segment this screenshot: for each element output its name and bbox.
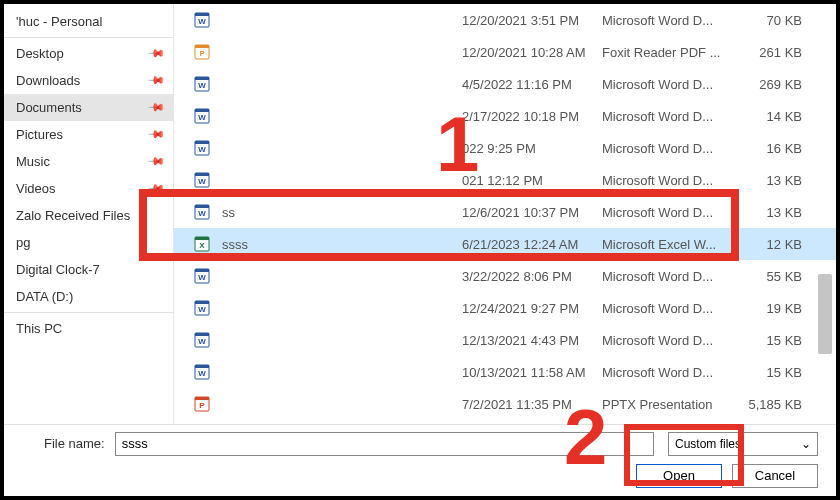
sidebar-item[interactable]: pg — [4, 229, 173, 256]
word-file-icon: W — [194, 332, 210, 348]
svg-text:W: W — [198, 305, 206, 314]
file-type: PPTX Presentation — [602, 397, 742, 412]
file-date: 12/20/2021 10:28 AM — [462, 45, 602, 60]
file-date: 12/13/2021 4:43 PM — [462, 333, 602, 348]
sidebar-item-label: Music — [16, 154, 50, 169]
file-row[interactable]: W10/13/2021 11:58 AMMicrosoft Word D...1… — [174, 356, 836, 388]
file-type: Microsoft Word D... — [602, 333, 742, 348]
svg-text:W: W — [198, 17, 206, 26]
svg-rect-28 — [195, 301, 209, 304]
sidebar-item-label: Pictures — [16, 127, 63, 142]
file-size: 261 KB — [742, 45, 802, 60]
file-type: Microsoft Word D... — [602, 301, 742, 316]
sidebar-item[interactable]: Downloads📌 — [4, 67, 173, 94]
sidebar-item-label: Documents — [16, 100, 82, 115]
pdf-file-icon: P — [194, 44, 210, 60]
file-date: 4/5/2022 11:16 PM — [462, 77, 602, 92]
sidebar-item[interactable]: DATA (D:) — [4, 283, 173, 310]
pin-icon: 📌 — [146, 98, 165, 117]
vertical-scrollbar-thumb[interactable] — [818, 274, 832, 354]
word-file-icon: W — [194, 172, 210, 188]
sidebar: 'huc - PersonalDesktop📌Downloads📌Documen… — [4, 4, 174, 424]
svg-text:W: W — [198, 81, 206, 90]
sidebar-item-label: DATA (D:) — [16, 289, 73, 304]
svg-rect-1 — [195, 13, 209, 16]
sidebar-item[interactable]: Pictures📌 — [4, 121, 173, 148]
dialog-bottom-bar: File name: Custom files ⌄ Open Cancel — [4, 424, 836, 496]
pin-icon: 📌 — [146, 71, 165, 90]
sidebar-item[interactable]: 'huc - Personal — [4, 8, 173, 35]
file-row[interactable]: Xssss6/21/2023 12:24 AMMicrosoft Excel W… — [174, 228, 836, 260]
file-row[interactable]: W022 9:25 PMMicrosoft Word D...16 KB — [174, 132, 836, 164]
file-row[interactable]: W2/17/2022 10:18 PMMicrosoft Word D...14… — [174, 100, 836, 132]
file-row[interactable]: P12/20/2021 10:28 AMFoxit Reader PDF ...… — [174, 36, 836, 68]
open-button[interactable]: Open — [636, 464, 722, 488]
file-row[interactable]: W4/5/2022 11:16 PMMicrosoft Word D...269… — [174, 68, 836, 100]
svg-text:P: P — [200, 50, 205, 57]
svg-rect-7 — [195, 77, 209, 80]
file-name: ss — [222, 205, 462, 220]
sidebar-item-label: Videos — [16, 181, 56, 196]
file-type: Microsoft Word D... — [602, 109, 742, 124]
file-row[interactable]: P7/2/2021 11:35 PMPPTX Presentation5,185… — [174, 388, 836, 420]
sidebar-item-label: Digital Clock-7 — [16, 262, 100, 277]
chevron-down-icon: ⌄ — [801, 437, 811, 451]
sidebar-item[interactable]: Digital Clock-7 — [4, 256, 173, 283]
sidebar-item[interactable]: Music📌 — [4, 148, 173, 175]
pin-icon: 📌 — [146, 152, 165, 171]
svg-rect-22 — [195, 237, 209, 240]
sidebar-item[interactable]: Documents📌 — [4, 94, 173, 121]
sidebar-item[interactable]: Desktop📌 — [4, 40, 173, 67]
svg-text:W: W — [198, 273, 206, 282]
file-type: Microsoft Word D... — [602, 141, 742, 156]
svg-rect-25 — [195, 269, 209, 272]
svg-text:W: W — [198, 209, 206, 218]
cancel-button[interactable]: Cancel — [732, 464, 818, 488]
filetype-filter-label: Custom files — [675, 437, 741, 451]
file-size: 55 KB — [742, 269, 802, 284]
pin-icon: 📌 — [146, 44, 165, 63]
svg-text:W: W — [198, 369, 206, 378]
file-row[interactable]: W12/20/2021 3:51 PMMicrosoft Word D...70… — [174, 4, 836, 36]
file-size: 19 KB — [742, 301, 802, 316]
filename-input[interactable] — [115, 432, 654, 456]
file-row[interactable]: Wss12/6/2021 10:37 PMMicrosoft Word D...… — [174, 196, 836, 228]
file-date: 12/24/2021 9:27 PM — [462, 301, 602, 316]
sidebar-item-label: Downloads — [16, 73, 80, 88]
filetype-filter-dropdown[interactable]: Custom files ⌄ — [668, 432, 818, 456]
word-file-icon: W — [194, 364, 210, 380]
file-size: 12 KB — [742, 237, 802, 252]
svg-text:W: W — [198, 177, 206, 186]
svg-text:W: W — [198, 337, 206, 346]
file-row[interactable]: W12/13/2021 4:43 PMMicrosoft Word D...15… — [174, 324, 836, 356]
sidebar-item-label: pg — [16, 235, 30, 250]
file-row[interactable]: W3/22/2022 8:06 PMMicrosoft Word D...55 … — [174, 260, 836, 292]
pin-icon: 📌 — [146, 125, 165, 144]
sidebar-item-label: 'huc - Personal — [16, 14, 102, 29]
word-file-icon: W — [194, 140, 210, 156]
svg-rect-31 — [195, 333, 209, 336]
sidebar-item-label: Desktop — [16, 46, 64, 61]
file-row[interactable]: W021 12:12 PMMicrosoft Word D...13 KB — [174, 164, 836, 196]
sidebar-item[interactable]: This PC — [4, 315, 173, 342]
word-file-icon: W — [194, 300, 210, 316]
sidebar-item[interactable]: Zalo Received Files — [4, 202, 173, 229]
sidebar-item[interactable]: Videos📌 — [4, 175, 173, 202]
file-size: 5,185 KB — [742, 397, 802, 412]
file-date: 6/21/2023 12:24 AM — [462, 237, 602, 252]
file-row[interactable]: W12/24/2021 9:27 PMMicrosoft Word D...19… — [174, 292, 836, 324]
svg-text:W: W — [198, 145, 206, 154]
file-size: 15 KB — [742, 365, 802, 380]
file-type: Microsoft Word D... — [602, 13, 742, 28]
file-date: 021 12:12 PM — [462, 173, 602, 188]
file-type: Microsoft Word D... — [602, 205, 742, 220]
sidebar-item-label: This PC — [16, 321, 62, 336]
file-size: 14 KB — [742, 109, 802, 124]
file-name: ssss — [222, 237, 462, 252]
svg-rect-16 — [195, 173, 209, 176]
file-size: 13 KB — [742, 173, 802, 188]
filename-label: File name: — [44, 436, 105, 451]
file-type: Microsoft Word D... — [602, 173, 742, 188]
sidebar-item-label: Zalo Received Files — [16, 208, 130, 223]
file-type: Microsoft Excel W... — [602, 237, 742, 252]
